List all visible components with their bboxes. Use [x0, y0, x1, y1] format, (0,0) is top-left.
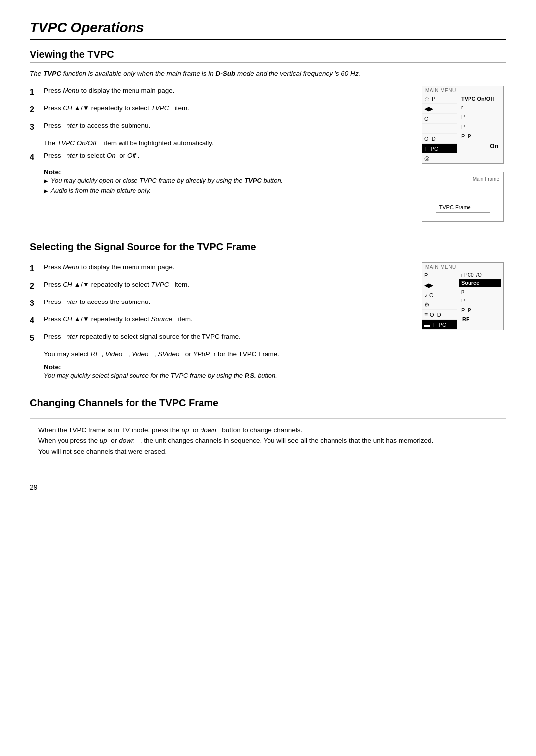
step-2-2: 2 Press CH ▲/▼ repeatedly to select TVPC…: [30, 280, 412, 292]
step-num: 4: [30, 151, 44, 163]
note-block-1: Note: You may quickly open or close TVPC…: [44, 168, 412, 195]
menu-body-2: P ◀▶ ♪C ⚙ ≡O D: [422, 270, 503, 330]
step-num: 1: [30, 263, 44, 275]
section2-diagram: MAIN MENU P ◀▶ ♪C ⚙: [422, 262, 506, 338]
section-divider: [30, 62, 506, 63]
arrow-icon-2: ◀▶: [424, 282, 433, 289]
step-num: 3: [30, 121, 44, 133]
note-text-2: You may quickly select signal source for…: [44, 371, 412, 380]
menu-header-2: MAIN MENU: [422, 263, 503, 270]
right-header: TVPC On/Off: [459, 95, 501, 103]
menu-label: P: [424, 272, 428, 278]
step-text: Press nter repeatedly to select signal s…: [44, 332, 241, 342]
menu-header: MAIN MENU: [422, 86, 503, 94]
right-item-2: p: [459, 287, 501, 296]
page-title: TVPC Operations: [30, 20, 506, 40]
tv-icon: ▬: [424, 321, 430, 328]
sub-step-1-3: The TVPC On/Off item will be highlighted…: [44, 138, 412, 148]
section1-diagrams: MAIN MENU ☆P ◀▶ C O: [422, 86, 506, 229]
menu-row: ◎: [422, 153, 457, 163]
source-label: Source: [459, 279, 501, 287]
step-1-2: 2 Press CH ▲/▼ repeatedly to select TVPC…: [30, 103, 412, 116]
step-text: Press Menu to display the menu main page…: [44, 86, 174, 96]
menu-left: ☆P ◀▶ C O D T PC: [422, 94, 457, 163]
step-num: 4: [30, 315, 44, 327]
step-num: 1: [30, 86, 44, 98]
section-changing-channels: Changing Channels for the TVPC Frame Whe…: [30, 397, 506, 463]
section-signal-source: Selecting the Signal Source for the TVPC…: [30, 241, 506, 385]
menu-diagram-2: MAIN MENU P ◀▶ ♪C ⚙: [422, 262, 504, 330]
note-label-2: Note:: [44, 363, 412, 371]
frame-diagram: Main Frame TVPC Frame: [422, 172, 504, 222]
section1-content: 1 Press Menu to display the menu main pa…: [30, 86, 506, 229]
menu-row: C: [422, 114, 457, 124]
menu-row: O D: [422, 134, 457, 144]
step-2-5: 5 Press nter repeatedly to select signal…: [30, 332, 412, 344]
menu-right: TVPC On/Off r P P P P On: [457, 94, 503, 163]
menu-row: P: [422, 270, 457, 280]
section3-text1: When the TVPC frame is in TV mode, press…: [38, 425, 498, 436]
step-text: Press Menu to display the menu main page…: [44, 262, 174, 272]
menu-label: T PC: [424, 146, 438, 151]
note-block-2: Note: You may quickly select signal sour…: [44, 363, 412, 380]
section3-title: Changing Channels for the TVPC Frame: [30, 397, 506, 409]
circle-icon: ◎: [424, 155, 429, 162]
step-1-4: 4 Press nter to select On or Off .: [30, 151, 412, 163]
step-1-3: 3 Press nter to access the submenu.: [30, 121, 412, 133]
step-2-4: 4 Press CH ▲/▼ repeatedly to select Sour…: [30, 314, 412, 327]
menu-row: ≡O D: [422, 310, 457, 320]
step-2-1: 1 Press Menu to display the menu main pa…: [30, 262, 412, 275]
menu-row: ☆P: [422, 94, 457, 104]
star-icon: ☆: [424, 95, 430, 102]
menu-row: ⚙: [422, 300, 457, 310]
menu-label: T PC: [432, 322, 446, 328]
gear-icon: ⚙: [424, 302, 430, 308]
music-icon: ♪: [424, 292, 427, 299]
arrow-icon: ◀▶: [424, 105, 433, 112]
step-num: 2: [30, 104, 44, 116]
frame-inner-label: TVPC Frame: [439, 204, 471, 210]
menu-row-highlighted: T PC: [422, 144, 457, 153]
list-icon: ≡: [424, 311, 428, 318]
right-item-2: P P: [459, 306, 501, 315]
section1-title: Viewing the TVPC: [30, 49, 506, 60]
menu-label: C: [424, 116, 428, 122]
step-1-1: 1 Press Menu to display the menu main pa…: [30, 86, 412, 98]
step-text: Press nter to select On or Off .: [44, 151, 140, 161]
right-item: P P: [459, 132, 501, 141]
page-number: 29: [30, 483, 38, 491]
section2-title: Selecting the Signal Source for the TVPC…: [30, 241, 506, 253]
menu-row: ◀▶: [422, 280, 457, 290]
page-number-area: 29: [30, 483, 506, 491]
menu-label: O D: [430, 312, 441, 318]
right-header-2: r PC0 /O: [459, 271, 501, 279]
step-num: 5: [30, 332, 44, 344]
step-2-3: 3 Press nter to access the submenu.: [30, 297, 412, 309]
menu-body: ☆P ◀▶ C O D T PC: [422, 94, 503, 163]
step-text: Press nter to access the submenu.: [44, 121, 150, 131]
section1-steps: 1 Press Menu to display the menu main pa…: [30, 86, 412, 200]
frame-header: Main Frame: [426, 176, 499, 182]
menu-right-2: r PC0 /O Source p P P P RF: [457, 270, 503, 330]
section3-content: When the TVPC frame is in TV mode, press…: [30, 418, 506, 463]
section1-intro: The TVPC function is available only when…: [30, 70, 506, 77]
sub-step-2-5: You may select RF , Video , Video , SVid…: [44, 349, 412, 359]
step-num: 3: [30, 298, 44, 309]
rf-label: RF: [459, 315, 501, 323]
menu-row: [422, 124, 457, 134]
menu-left-2: P ◀▶ ♪C ⚙ ≡O D: [422, 270, 457, 330]
menu-label: C: [429, 292, 433, 298]
menu-diagram-1: MAIN MENU ☆P ◀▶ C O: [422, 86, 504, 164]
step-num: 2: [30, 280, 44, 292]
section2-content: 1 Press Menu to display the menu main pa…: [30, 262, 506, 385]
menu-row: ◀▶: [422, 104, 457, 114]
note-item-2: Audio is from the main picture only.: [44, 186, 412, 196]
step-text: Press CH ▲/▼ repeatedly to select Source…: [44, 314, 193, 324]
menu-row-highlighted-2: ▬T PC: [422, 320, 457, 330]
section-viewing-tvpc: Viewing the TVPC The TVPC function is av…: [30, 49, 506, 229]
menu-row: ♪C: [422, 290, 457, 300]
right-item: P: [459, 112, 501, 122]
section-divider-2: [30, 255, 506, 255]
section2-steps: 1 Press Menu to display the menu main pa…: [30, 262, 412, 385]
menu-label: O D: [424, 136, 436, 142]
